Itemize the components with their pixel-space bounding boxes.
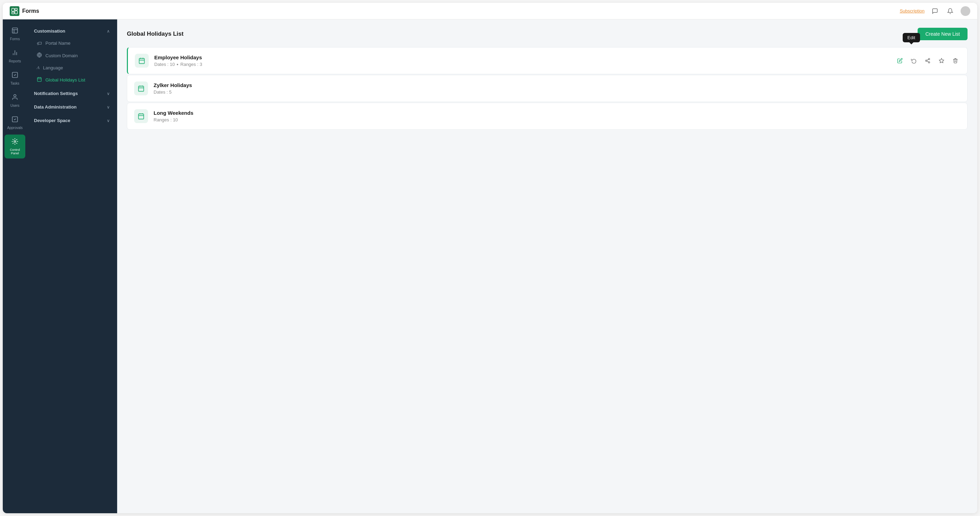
edit-tooltip: Edit (903, 33, 920, 42)
nav-item-users[interactable]: Users (5, 90, 25, 111)
sidebar-section-customisation-header[interactable]: Customisation ∧ (27, 25, 117, 37)
holiday-card-zylker: Zylker Holidays Dates : 5 (127, 75, 967, 102)
nav-item-control-panel[interactable]: Control Panel (5, 135, 25, 158)
svg-rect-3 (12, 12, 14, 14)
language-icon: A (37, 65, 40, 70)
user-avatar[interactable] (961, 6, 970, 16)
holiday-card-employee: Edit Employee Holidays Dates : 10 Ran (127, 47, 967, 74)
custom-domain-label: Custom Domain (45, 53, 78, 58)
edit-button[interactable] (894, 54, 906, 67)
nav-item-tasks[interactable]: Tasks (5, 68, 25, 89)
sidebar: Customisation ∧ 🏷 Portal Name Custom Dom… (27, 19, 117, 513)
forms-nav-label: Forms (10, 37, 20, 41)
svg-rect-4 (13, 28, 18, 33)
app-title: Forms (22, 8, 39, 14)
holiday-card-long-weekends-name: Long Weekends (154, 110, 960, 116)
users-nav-icon (11, 94, 18, 102)
nav-item-forms[interactable]: Forms (5, 24, 25, 45)
svg-marker-29 (939, 58, 943, 63)
topbar-left: Forms (10, 6, 39, 16)
approvals-nav-label: Approvals (7, 126, 22, 130)
portal-name-label: Portal Name (45, 41, 70, 46)
nav-item-reports[interactable]: Reports (5, 46, 25, 67)
bell-icon[interactable] (945, 6, 955, 16)
long-weekends-ranges: Ranges : 10 (154, 117, 178, 123)
notifications-section-title: Notification Settings (34, 91, 78, 96)
svg-rect-30 (138, 86, 144, 91)
svg-rect-20 (139, 58, 145, 64)
sidebar-section-notifications-header[interactable]: Notification Settings ∨ (27, 88, 117, 100)
holiday-card-employee-inner: Employee Holidays Dates : 10 Ranges : 3 (128, 48, 894, 74)
svg-rect-2 (15, 11, 18, 14)
sidebar-section-developer-header[interactable]: Developer Space ∨ (27, 115, 117, 127)
holiday-card-employee-actions (894, 54, 967, 67)
holiday-card-long-weekends-info: Long Weekends Ranges : 10 (154, 110, 960, 123)
reports-nav-label: Reports (9, 59, 21, 63)
forms-nav-icon (11, 27, 18, 36)
svg-rect-16 (37, 78, 41, 81)
topbar: Forms Subscription (3, 3, 977, 19)
content-header: Global Holidays List Create New List (127, 28, 967, 40)
data-admin-chevron-icon: ∨ (107, 105, 110, 110)
control-panel-nav-label: Control Panel (7, 148, 22, 155)
svg-point-24 (928, 58, 930, 60)
sidebar-section-notifications: Notification Settings ∨ (27, 88, 117, 100)
holiday-card-employee-icon (135, 54, 149, 68)
holiday-card-employee-info: Employee Holidays Dates : 10 Ranges : 3 (154, 54, 887, 67)
holiday-cards-list: Edit Employee Holidays Dates : 10 Ran (127, 47, 967, 130)
data-admin-section-title: Data Administration (34, 104, 76, 110)
sidebar-section-data-admin-header[interactable]: Data Administration ∨ (27, 101, 117, 113)
custom-domain-icon (37, 53, 42, 59)
svg-point-11 (14, 95, 16, 97)
svg-rect-34 (138, 114, 144, 119)
message-icon[interactable] (930, 6, 940, 16)
employee-dates: Dates : 10 (154, 62, 175, 67)
sidebar-item-custom-domain[interactable]: Custom Domain (27, 49, 117, 62)
delete-button[interactable] (949, 54, 962, 67)
svg-line-28 (927, 59, 929, 61)
meta-dot (177, 64, 178, 65)
refresh-button[interactable] (908, 54, 920, 67)
global-holidays-icon (37, 76, 42, 83)
developer-section-title: Developer Space (34, 118, 70, 123)
customisation-chevron-icon: ∧ (107, 29, 110, 33)
holiday-card-employee-name: Employee Holidays (154, 54, 887, 61)
tasks-nav-icon (11, 72, 18, 80)
holiday-card-zylker-icon (134, 81, 148, 96)
zylker-dates: Dates : 5 (154, 89, 172, 95)
users-nav-label: Users (10, 104, 19, 107)
tasks-nav-label: Tasks (10, 81, 19, 85)
holiday-card-zylker-info: Zylker Holidays Dates : 5 (154, 82, 960, 95)
share-button[interactable] (921, 54, 934, 67)
sidebar-section-data-admin: Data Administration ∨ (27, 101, 117, 113)
svg-rect-0 (12, 8, 14, 11)
sidebar-item-portal-name[interactable]: 🏷 Portal Name (27, 37, 117, 49)
global-holidays-label: Global Holidays List (45, 77, 85, 83)
holiday-card-zylker-name: Zylker Holidays (154, 82, 960, 88)
holiday-card-zylker-meta: Dates : 5 (154, 89, 960, 95)
subscription-link[interactable]: Subscription (900, 8, 924, 14)
developer-chevron-icon: ∨ (107, 118, 110, 123)
language-label: Language (43, 65, 63, 70)
topbar-right: Subscription (900, 6, 970, 16)
sidebar-item-language[interactable]: A Language (27, 62, 117, 73)
star-button[interactable] (935, 54, 948, 67)
main-content: Global Holidays List Create New List Edi… (117, 19, 977, 513)
sidebar-item-global-holidays[interactable]: Global Holidays List (27, 73, 117, 86)
reports-nav-icon (11, 49, 18, 58)
holiday-card-long-weekends: Long Weekends Ranges : 10 (127, 103, 967, 130)
notifications-chevron-icon: ∨ (107, 91, 110, 96)
holiday-card-long-weekends-meta: Ranges : 10 (154, 117, 960, 123)
sidebar-section-customisation: Customisation ∧ 🏷 Portal Name Custom Dom… (27, 25, 117, 86)
nav-item-approvals[interactable]: Approvals (5, 112, 25, 133)
left-nav: Forms Reports Tasks (3, 19, 27, 513)
holiday-card-long-weekends-inner: Long Weekends Ranges : 10 (127, 103, 967, 129)
svg-point-14 (14, 141, 16, 143)
svg-point-26 (928, 62, 930, 63)
main-layout: Forms Reports Tasks (3, 19, 977, 513)
holiday-card-long-weekends-icon (134, 109, 148, 123)
holiday-card-zylker-inner: Zylker Holidays Dates : 5 (127, 75, 967, 102)
approvals-nav-icon (11, 116, 18, 124)
svg-point-25 (926, 60, 927, 61)
create-new-list-button[interactable]: Create New List (918, 28, 967, 40)
